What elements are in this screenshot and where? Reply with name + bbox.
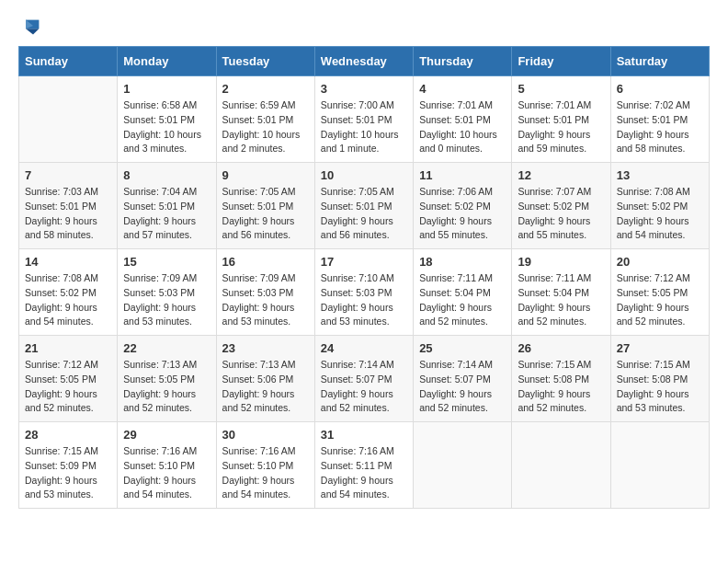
calendar-table: SundayMondayTuesdayWednesdayThursdayFrid… (18, 46, 710, 509)
day-number: 8 (123, 168, 210, 182)
calendar-cell (414, 422, 512, 509)
calendar-cell (610, 422, 709, 509)
day-info: Sunrise: 7:09 AMSunset: 5:03 PMDaylight:… (123, 271, 210, 329)
calendar-cell: 5Sunrise: 7:01 AMSunset: 5:01 PMDaylight… (512, 76, 610, 163)
day-number: 9 (222, 168, 309, 182)
day-number: 3 (321, 82, 407, 96)
day-number: 10 (321, 168, 407, 182)
day-number: 5 (518, 82, 604, 96)
calendar-week-row: 1Sunrise: 6:58 AMSunset: 5:01 PMDaylight… (19, 76, 710, 163)
day-info: Sunrise: 7:00 AMSunset: 5:01 PMDaylight:… (321, 98, 407, 156)
day-info: Sunrise: 7:12 AMSunset: 5:05 PMDaylight:… (617, 271, 703, 329)
calendar-cell: 15Sunrise: 7:09 AMSunset: 5:03 PMDayligh… (118, 249, 216, 336)
day-number: 18 (419, 255, 506, 269)
calendar-week-row: 21Sunrise: 7:12 AMSunset: 5:05 PMDayligh… (19, 336, 710, 422)
calendar-cell: 18Sunrise: 7:11 AMSunset: 5:04 PMDayligh… (414, 249, 512, 336)
calendar-cell: 6Sunrise: 7:02 AMSunset: 5:01 PMDaylight… (610, 76, 709, 163)
calendar-cell: 1Sunrise: 6:58 AMSunset: 5:01 PMDaylight… (118, 76, 216, 163)
day-number: 27 (617, 341, 703, 355)
calendar-cell: 24Sunrise: 7:14 AMSunset: 5:07 PMDayligh… (314, 336, 413, 422)
day-info: Sunrise: 7:01 AMSunset: 5:01 PMDaylight:… (419, 98, 506, 156)
calendar-cell: 8Sunrise: 7:04 AMSunset: 5:01 PMDaylight… (118, 163, 216, 249)
day-info: Sunrise: 7:11 AMSunset: 5:04 PMDaylight:… (518, 271, 604, 329)
day-number: 17 (321, 255, 407, 269)
day-number: 26 (518, 341, 604, 355)
logo-icon (18, 18, 40, 37)
calendar-cell: 21Sunrise: 7:12 AMSunset: 5:05 PMDayligh… (19, 336, 118, 422)
column-header-monday: Monday (118, 47, 216, 76)
column-header-tuesday: Tuesday (216, 47, 314, 76)
calendar-cell: 7Sunrise: 7:03 AMSunset: 5:01 PMDaylight… (19, 163, 118, 249)
day-number: 1 (123, 82, 210, 96)
day-info: Sunrise: 7:11 AMSunset: 5:04 PMDaylight:… (419, 271, 506, 329)
day-info: Sunrise: 7:16 AMSunset: 5:10 PMDaylight:… (222, 444, 309, 502)
day-number: 11 (419, 168, 506, 182)
day-number: 2 (222, 82, 309, 96)
day-info: Sunrise: 7:16 AMSunset: 5:10 PMDaylight:… (123, 444, 210, 502)
calendar-cell: 14Sunrise: 7:08 AMSunset: 5:02 PMDayligh… (19, 249, 118, 336)
day-number: 20 (617, 255, 703, 269)
calendar-cell: 19Sunrise: 7:11 AMSunset: 5:04 PMDayligh… (512, 249, 610, 336)
calendar-cell: 20Sunrise: 7:12 AMSunset: 5:05 PMDayligh… (610, 249, 709, 336)
day-number: 30 (222, 428, 309, 442)
day-info: Sunrise: 6:58 AMSunset: 5:01 PMDaylight:… (123, 98, 210, 156)
calendar-cell: 2Sunrise: 6:59 AMSunset: 5:01 PMDaylight… (216, 76, 314, 163)
day-info: Sunrise: 7:02 AMSunset: 5:01 PMDaylight:… (617, 98, 703, 156)
calendar-cell: 30Sunrise: 7:16 AMSunset: 5:10 PMDayligh… (216, 422, 314, 509)
calendar-cell: 31Sunrise: 7:16 AMSunset: 5:11 PMDayligh… (314, 422, 413, 509)
day-info: Sunrise: 7:13 AMSunset: 5:05 PMDaylight:… (123, 358, 210, 416)
day-info: Sunrise: 7:08 AMSunset: 5:02 PMDaylight:… (25, 271, 111, 329)
calendar-cell: 23Sunrise: 7:13 AMSunset: 5:06 PMDayligh… (216, 336, 314, 422)
logo (18, 18, 44, 37)
calendar-cell (512, 422, 610, 509)
day-info: Sunrise: 7:03 AMSunset: 5:01 PMDaylight:… (25, 185, 111, 243)
day-number: 19 (518, 255, 604, 269)
calendar-cell: 13Sunrise: 7:08 AMSunset: 5:02 PMDayligh… (610, 163, 709, 249)
day-number: 28 (25, 428, 111, 442)
day-number: 22 (123, 341, 210, 355)
day-info: Sunrise: 7:06 AMSunset: 5:02 PMDaylight:… (419, 185, 506, 243)
calendar-week-row: 7Sunrise: 7:03 AMSunset: 5:01 PMDaylight… (19, 163, 710, 249)
calendar-cell: 11Sunrise: 7:06 AMSunset: 5:02 PMDayligh… (414, 163, 512, 249)
calendar-week-row: 28Sunrise: 7:15 AMSunset: 5:09 PMDayligh… (19, 422, 710, 509)
day-info: Sunrise: 7:16 AMSunset: 5:11 PMDaylight:… (321, 444, 407, 502)
day-number: 29 (123, 428, 210, 442)
column-header-saturday: Saturday (610, 47, 709, 76)
day-info: Sunrise: 7:07 AMSunset: 5:02 PMDaylight:… (518, 185, 604, 243)
day-info: Sunrise: 7:09 AMSunset: 5:03 PMDaylight:… (222, 271, 309, 329)
day-info: Sunrise: 7:08 AMSunset: 5:02 PMDaylight:… (617, 185, 703, 243)
calendar-cell: 3Sunrise: 7:00 AMSunset: 5:01 PMDaylight… (314, 76, 413, 163)
day-info: Sunrise: 7:15 AMSunset: 5:08 PMDaylight:… (518, 358, 604, 416)
day-number: 12 (518, 168, 604, 182)
day-number: 24 (321, 341, 407, 355)
calendar-cell: 28Sunrise: 7:15 AMSunset: 5:09 PMDayligh… (19, 422, 118, 509)
calendar-cell: 4Sunrise: 7:01 AMSunset: 5:01 PMDaylight… (414, 76, 512, 163)
calendar-cell: 10Sunrise: 7:05 AMSunset: 5:01 PMDayligh… (314, 163, 413, 249)
day-number: 21 (25, 341, 111, 355)
column-header-friday: Friday (512, 47, 610, 76)
day-number: 16 (222, 255, 309, 269)
day-number: 25 (419, 341, 506, 355)
day-info: Sunrise: 7:13 AMSunset: 5:06 PMDaylight:… (222, 358, 309, 416)
day-number: 4 (419, 82, 506, 96)
calendar-cell: 25Sunrise: 7:14 AMSunset: 5:07 PMDayligh… (414, 336, 512, 422)
day-info: Sunrise: 7:15 AMSunset: 5:09 PMDaylight:… (25, 444, 111, 502)
calendar-cell (19, 76, 118, 163)
day-info: Sunrise: 7:12 AMSunset: 5:05 PMDaylight:… (25, 358, 111, 416)
calendar-cell: 27Sunrise: 7:15 AMSunset: 5:08 PMDayligh… (610, 336, 709, 422)
calendar-cell: 29Sunrise: 7:16 AMSunset: 5:10 PMDayligh… (118, 422, 216, 509)
day-number: 15 (123, 255, 210, 269)
day-info: Sunrise: 7:14 AMSunset: 5:07 PMDaylight:… (419, 358, 506, 416)
day-info: Sunrise: 7:01 AMSunset: 5:01 PMDaylight:… (518, 98, 604, 156)
column-header-thursday: Thursday (414, 47, 512, 76)
page-header (18, 18, 710, 37)
day-number: 13 (617, 168, 703, 182)
day-info: Sunrise: 7:15 AMSunset: 5:08 PMDaylight:… (617, 358, 703, 416)
calendar-cell: 17Sunrise: 7:10 AMSunset: 5:03 PMDayligh… (314, 249, 413, 336)
day-number: 6 (617, 82, 703, 96)
day-info: Sunrise: 7:04 AMSunset: 5:01 PMDaylight:… (123, 185, 210, 243)
column-header-wednesday: Wednesday (314, 47, 413, 76)
calendar-cell: 22Sunrise: 7:13 AMSunset: 5:05 PMDayligh… (118, 336, 216, 422)
svg-marker-1 (26, 29, 39, 34)
calendar-cell: 26Sunrise: 7:15 AMSunset: 5:08 PMDayligh… (512, 336, 610, 422)
